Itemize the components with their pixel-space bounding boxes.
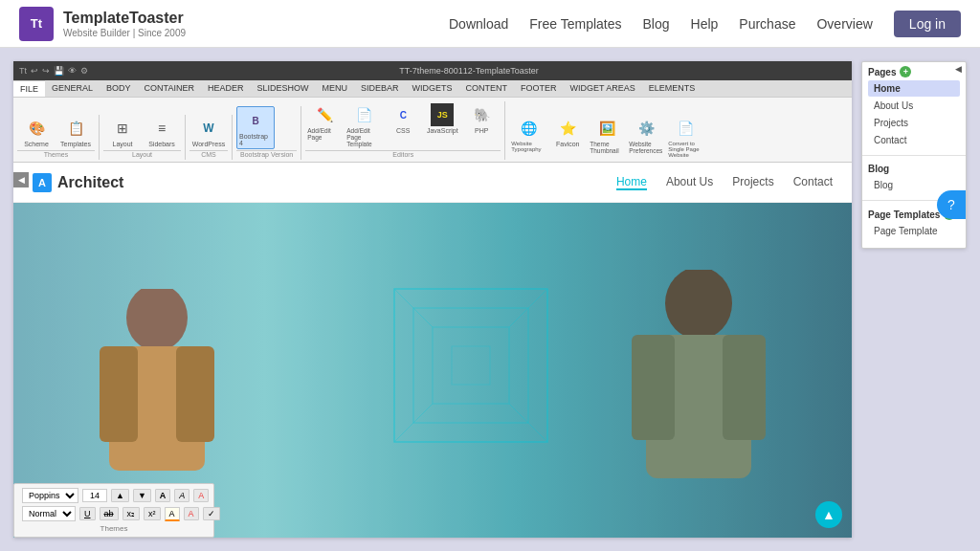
single-page-btn[interactable]: 📄 Convert to Single Page Website <box>666 115 704 160</box>
preview-nav-about[interactable]: About Us <box>666 175 713 190</box>
scroll-up-btn[interactable]: ▲ <box>815 501 842 528</box>
templates-btn[interactable]: 📋 Templates <box>56 115 95 149</box>
toolbar-menu: FILE GENERAL BODY CONTAINER HEADER SLIDE… <box>13 80 852 98</box>
settings-icon[interactable]: ⚙ <box>80 66 88 76</box>
font-superscript-btn[interactable]: x² <box>144 507 161 520</box>
css-btn[interactable]: C CSS <box>384 101 422 149</box>
page-item-contact[interactable]: Contact <box>868 132 960 148</box>
layout-label: Layout <box>112 141 132 147</box>
building-wireframe <box>375 270 567 461</box>
canvas-toggle[interactable]: ◀ <box>13 172 29 187</box>
font-subscript-btn[interactable]: x₂ <box>122 507 141 520</box>
font-style-select[interactable]: Normal <box>22 506 76 521</box>
blue-dot-btn[interactable]: ? <box>937 190 966 219</box>
preview-logo: A Architect <box>33 173 123 192</box>
nav-blog[interactable]: Blog <box>643 16 670 32</box>
font-special-btn[interactable]: ✓ <box>203 507 220 520</box>
nav-free-templates[interactable]: Free Templates <box>529 16 621 32</box>
preview-icon[interactable]: 👁 <box>68 66 77 76</box>
nav-download[interactable]: Download <box>449 16 508 32</box>
preview-nav-home[interactable]: Home <box>616 175 647 190</box>
logo-title: TemplateToaster <box>63 9 186 27</box>
sidebars-btn[interactable]: ≡ Sidebars <box>143 115 181 149</box>
font-underline-btn[interactable]: U <box>79 507 96 520</box>
nav-help[interactable]: Help <box>691 16 719 32</box>
page-item-projects[interactable]: Projects <box>868 115 960 131</box>
font-increase-btn[interactable]: ▲ <box>111 489 129 502</box>
menu-widget-areas[interactable]: WIDGET AREAS <box>563 80 641 97</box>
layout-icon: ⊞ <box>111 117 134 140</box>
website-prefs-label: Website Preferences <box>629 141 663 154</box>
php-btn[interactable]: 🐘 PHP <box>462 101 501 149</box>
single-page-icon: 📄 <box>674 117 697 140</box>
font-color-btn[interactable]: A <box>193 489 209 502</box>
menu-content[interactable]: CONTENT <box>458 80 514 97</box>
svg-rect-7 <box>452 346 490 385</box>
editors-label: Editors <box>305 150 501 160</box>
save-icon[interactable]: 💾 <box>54 66 64 76</box>
font-strikethrough-btn[interactable]: ab <box>100 507 119 520</box>
preview-header: A Architect Home About Us Projects Conta… <box>13 163 852 203</box>
logo-icon: Tt <box>19 7 54 41</box>
scheme-btn[interactable]: 🎨 Scheme <box>17 115 56 149</box>
js-btn[interactable]: JS JavaScript <box>423 101 461 149</box>
typography-btn[interactable]: 🌐 Website Typography <box>509 115 547 160</box>
preview-nav-contact[interactable]: Contact <box>793 175 833 190</box>
menu-file[interactable]: FILE <box>13 80 45 97</box>
logo-area: Tt TemplateToaster Website Builder | Sin… <box>19 7 186 41</box>
menu-sidebar[interactable]: SIDEBAR <box>354 80 406 97</box>
wordpress-label: WordPress <box>192 141 226 147</box>
nav-overview[interactable]: Overview <box>816 16 872 32</box>
menu-body[interactable]: BODY <box>100 80 138 97</box>
pages-add-btn[interactable]: + <box>900 66 911 77</box>
add-edit-page-label: Add/Edit Page <box>307 127 342 141</box>
page-item-home[interactable]: Home <box>868 80 960 97</box>
svg-point-12 <box>665 270 732 340</box>
sidebars-label: Sidebars <box>148 141 175 147</box>
pages-label: Pages <box>868 67 896 77</box>
menu-general[interactable]: GENERAL <box>45 80 100 97</box>
theme-thumbnail-label: Theme Thumbnail <box>590 141 624 154</box>
font-color2-btn[interactable]: A <box>184 507 199 520</box>
font-family-select[interactable]: Poppins <box>22 488 78 503</box>
menu-widgets[interactable]: WIDGETS <box>405 80 458 97</box>
bootstrap-btn[interactable]: B Bootstrap 4 <box>236 106 275 149</box>
website-prefs-btn[interactable]: ⚙️ Website Preferences <box>627 115 665 160</box>
font-size-input[interactable] <box>82 489 107 502</box>
menu-elements[interactable]: ELEMENTS <box>642 80 702 97</box>
add-edit-page-btn[interactable]: ✏️ Add/Edit Page <box>305 101 344 149</box>
page-template-item[interactable]: Page Template <box>868 223 960 239</box>
pages-header: Pages + <box>868 66 960 77</box>
css-label: CSS <box>396 127 410 134</box>
theme-thumbnail-btn[interactable]: 🖼️ Theme Thumbnail <box>588 115 626 160</box>
page-template-btn[interactable]: 📄 Add/Edit Page Template <box>345 101 383 149</box>
scheme-label: Scheme <box>24 141 49 147</box>
font-decrease-btn[interactable]: ▼ <box>133 489 151 502</box>
preview-nav-projects[interactable]: Projects <box>732 175 773 190</box>
nav-purchase[interactable]: Purchase <box>739 16 795 32</box>
favicon-btn[interactable]: ⭐ Favicon <box>548 115 587 160</box>
menu-slideshow[interactable]: SLIDESHOW <box>250 80 315 97</box>
menu-container[interactable]: CONTAINER <box>138 80 201 97</box>
favicon-label: Favicon <box>556 141 580 147</box>
menu-footer[interactable]: FOOTER <box>514 80 564 97</box>
font-bold-btn[interactable]: A <box>155 489 171 502</box>
website-prefs-icon: ⚙️ <box>635 117 657 140</box>
page-item-about[interactable]: About Us <box>868 98 960 114</box>
login-button[interactable]: Log in <box>894 11 961 37</box>
font-bar: Poppins ▲ ▼ A A A Normal U ab x₂ x² <box>13 483 214 538</box>
font-italic-btn[interactable]: A <box>174 489 189 502</box>
main-area: Tt ↩ ↪ 💾 👁 ⚙ TT-7theme-800112-TemplateTo… <box>0 48 980 551</box>
typography-icon: 🌐 <box>517 117 540 140</box>
menu-header[interactable]: HEADER <box>201 80 251 97</box>
svg-rect-11 <box>176 346 214 442</box>
wordpress-btn[interactable]: W WordPress <box>189 115 228 149</box>
undo-icon[interactable]: ↩ <box>31 66 38 76</box>
redo-icon[interactable]: ↪ <box>42 66 50 76</box>
panel-collapse-btn[interactable]: ◀ <box>955 64 962 74</box>
single-page-label: Convert to Single Page Website <box>668 141 702 158</box>
font-bgcolor-btn[interactable]: A <box>165 507 180 521</box>
menu-menu[interactable]: MENU <box>315 80 354 97</box>
page-template-icon: 📄 <box>352 103 375 126</box>
layout-btn[interactable]: ⊞ Layout <box>103 115 142 149</box>
